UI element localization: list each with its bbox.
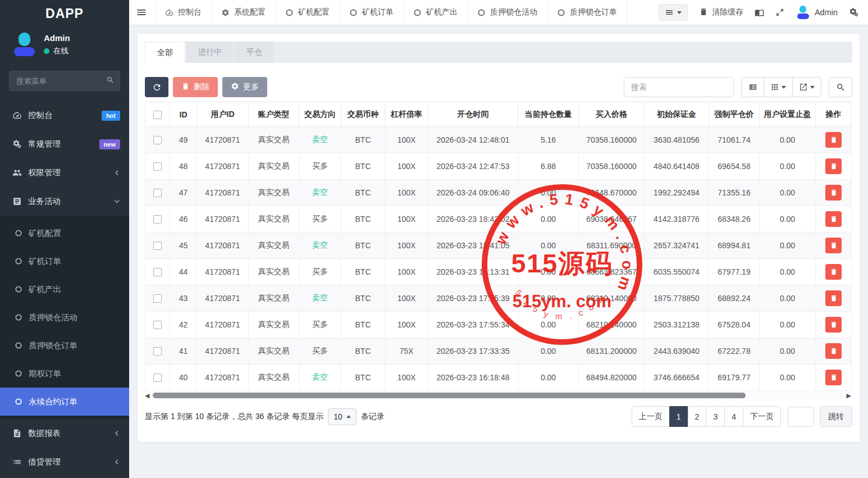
sidebar-search-input[interactable] bbox=[9, 71, 120, 91]
submenu-item[interactable]: 质押锁仓活动 bbox=[0, 303, 129, 331]
row-checkbox[interactable] bbox=[153, 162, 162, 171]
delete-row-button[interactable] bbox=[825, 264, 842, 280]
delete-row-button[interactable] bbox=[825, 238, 842, 253]
topnav-item[interactable]: 矿机产出 bbox=[404, 0, 468, 25]
row-checkbox-cell bbox=[145, 285, 170, 312]
topnav-item[interactable]: 矿机订单 bbox=[340, 0, 404, 25]
cell-force_price: 71355.16 bbox=[709, 180, 760, 206]
row-checkbox[interactable] bbox=[153, 321, 162, 329]
menu-list-toggle[interactable] bbox=[659, 4, 688, 21]
cell-account_type: 真实交易 bbox=[249, 180, 299, 206]
detail-view-icon bbox=[748, 83, 757, 92]
cell-open_time: 2026-03-23 18:13:31 bbox=[428, 259, 518, 285]
clear-cache-button[interactable]: 清除缓存 bbox=[699, 7, 743, 18]
delete-row-button[interactable] bbox=[825, 343, 842, 359]
column-header: 当前持仓数量 bbox=[518, 102, 579, 127]
cell-take_profit: 0.00 bbox=[760, 259, 816, 285]
submenu-item[interactable]: 永续合约订单 bbox=[0, 388, 129, 416]
topnav-item-label: 质押锁仓活动 bbox=[490, 7, 537, 17]
cell-user_id: 41720871 bbox=[197, 259, 249, 285]
delete-row-button[interactable] bbox=[825, 211, 842, 227]
table-row: 4041720871真实交易卖空BTC100X2026-03-23 16:18:… bbox=[145, 365, 852, 391]
columns-button[interactable] bbox=[764, 77, 793, 97]
export-button[interactable] bbox=[792, 77, 821, 97]
trash-icon bbox=[181, 82, 190, 92]
row-checkbox[interactable] bbox=[153, 215, 162, 224]
row-checkbox[interactable] bbox=[153, 242, 162, 250]
table-search-input[interactable] bbox=[624, 77, 734, 97]
refresh-button[interactable] bbox=[145, 77, 168, 97]
circle-icon bbox=[15, 370, 22, 377]
admin-menu[interactable]: Admin bbox=[796, 5, 838, 20]
row-checkbox[interactable] bbox=[153, 374, 162, 382]
row-checkbox[interactable] bbox=[153, 347, 162, 356]
cell-position: 0.00 bbox=[518, 312, 579, 338]
submenu-item[interactable]: 矿机产出 bbox=[0, 275, 129, 303]
submenu-item[interactable]: 矿机订单 bbox=[0, 247, 129, 275]
page-button[interactable]: 2 bbox=[688, 406, 707, 427]
more-button[interactable]: 更多 bbox=[222, 77, 267, 97]
sidebar-item-label: 借贷管理 bbox=[28, 457, 108, 467]
submenu-item-label: 期权订单 bbox=[29, 368, 120, 379]
submenu-item[interactable]: 矿机配置 bbox=[0, 219, 129, 247]
row-checkbox-cell bbox=[145, 153, 170, 180]
tab-全部[interactable]: 全部 bbox=[145, 42, 185, 63]
sidebar-item[interactable]: 数据报表 bbox=[0, 419, 129, 448]
horizontal-scrollbar[interactable]: ◀ ▶ bbox=[145, 391, 851, 399]
row-checkbox[interactable] bbox=[153, 136, 162, 144]
trash-icon bbox=[830, 374, 838, 381]
delete-row-button[interactable] bbox=[825, 132, 842, 148]
delete-row-button[interactable] bbox=[825, 158, 842, 174]
chevron-left-icon bbox=[114, 459, 120, 465]
submenu-item[interactable]: 期权订单 bbox=[0, 359, 129, 388]
delete-row-button[interactable] bbox=[825, 370, 842, 385]
sidebar-item[interactable]: 业务活动 bbox=[0, 187, 129, 216]
gear-icon bbox=[231, 82, 239, 90]
scroll-right-icon[interactable]: ▶ bbox=[847, 392, 851, 399]
page-button[interactable]: 下一页 bbox=[743, 406, 781, 427]
trash-icon bbox=[830, 162, 838, 170]
row-checkbox[interactable] bbox=[153, 294, 162, 303]
tab-平仓[interactable]: 平仓 bbox=[235, 42, 274, 63]
row-checkbox[interactable] bbox=[153, 189, 162, 197]
cell-leverage: 100X bbox=[385, 259, 428, 285]
sidebar-item[interactable]: 常规管理new bbox=[0, 130, 129, 158]
sidebar-item[interactable]: 控制台hot bbox=[0, 101, 129, 130]
delete-button[interactable]: 删除 bbox=[173, 77, 218, 97]
cogs-icon[interactable] bbox=[849, 7, 859, 17]
select-all-checkbox[interactable] bbox=[153, 111, 162, 119]
topnav-item[interactable]: 质押锁仓订单 bbox=[547, 0, 627, 25]
submenu-item[interactable]: 质押锁仓订单 bbox=[0, 331, 129, 359]
delete-row-button[interactable] bbox=[825, 317, 842, 333]
topnav-item-label: 矿机产出 bbox=[426, 7, 458, 17]
topnav-item[interactable]: 控制台 bbox=[155, 0, 212, 25]
book-icon[interactable] bbox=[755, 8, 764, 17]
cell-buy_price: 68311.690000 bbox=[579, 233, 645, 259]
topnav-item[interactable]: 矿机配置 bbox=[276, 0, 340, 25]
sidebar-item[interactable]: 借贷管理 bbox=[0, 448, 129, 476]
user-status: 在线 bbox=[44, 46, 70, 56]
delete-row-button[interactable] bbox=[825, 290, 842, 306]
search-button[interactable] bbox=[829, 77, 852, 97]
page-button[interactable]: 4 bbox=[724, 406, 743, 427]
scrollbar-thumb[interactable] bbox=[153, 393, 746, 398]
delete-row-button[interactable] bbox=[825, 185, 842, 201]
jump-button[interactable]: 跳转 bbox=[820, 406, 852, 427]
detail-view-button[interactable] bbox=[741, 77, 764, 97]
topnav-item[interactable]: 系统配置 bbox=[212, 0, 276, 25]
sidebar-item[interactable]: 权限管理 bbox=[0, 158, 129, 187]
cell-coin: BTC bbox=[341, 233, 385, 259]
page-button[interactable]: 3 bbox=[706, 406, 725, 427]
cell-open_time: 2026-03-24 12:48:01 bbox=[428, 127, 518, 153]
tab-进行中[interactable]: 进行中 bbox=[186, 42, 234, 63]
page-size-select[interactable]: 10 bbox=[328, 408, 357, 425]
hamburger-icon[interactable] bbox=[129, 7, 155, 18]
jump-page-input[interactable] bbox=[788, 407, 814, 427]
page-button[interactable]: 1 bbox=[669, 406, 688, 427]
scroll-left-icon[interactable]: ◀ bbox=[145, 392, 149, 399]
cell-direction: 买多 bbox=[299, 153, 341, 180]
page-button[interactable]: 上一页 bbox=[632, 406, 670, 427]
topnav-item[interactable]: 质押锁仓活动 bbox=[468, 0, 547, 25]
fullscreen-icon[interactable] bbox=[775, 8, 784, 17]
row-checkbox[interactable] bbox=[153, 268, 162, 276]
